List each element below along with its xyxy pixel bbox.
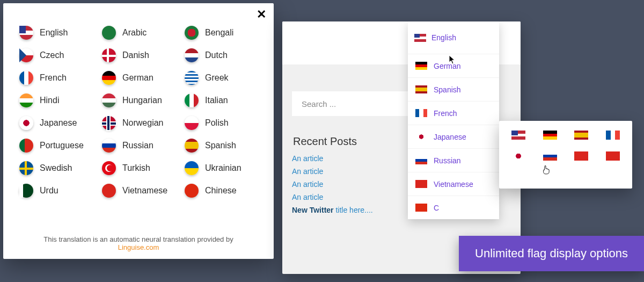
flag-icon [415,180,427,188]
dropdown-item-label: Vietnamese [434,180,473,189]
flag-icon [102,26,116,40]
dropdown-item-label: Japanese [434,133,466,141]
language-option[interactable]: English [19,26,98,40]
banner-text: Unlimited flag display options [475,247,628,260]
language-label: Norwegian [122,118,163,128]
dropdown-item[interactable]: French [408,101,499,125]
dropdown-item[interactable]: Spanish [408,77,499,101]
language-option[interactable]: Russian [102,139,180,153]
language-label: Arabic [122,28,147,38]
language-option[interactable]: Greek [185,71,263,85]
flag-grid-card [499,121,632,189]
language-option[interactable]: Czech [19,48,98,62]
dropdown-item[interactable]: Russian [408,148,499,172]
dropdown-item-label: Spanish [434,85,461,94]
footer-text: This translation is an automatic neural … [43,235,233,243]
language-label: Russian [122,141,153,150]
language-label: Portuguese [40,141,84,150]
flag-icon [102,161,116,175]
language-option[interactable]: Arabic [102,26,180,40]
language-label: German [122,73,153,83]
flag-icon [102,139,116,153]
flag-option[interactable] [511,151,525,161]
flag-icon [102,71,116,85]
flag-option[interactable] [543,151,557,161]
language-option[interactable]: Danish [102,48,180,62]
language-label: Vietnamese [122,186,167,196]
language-label: Italian [205,96,228,105]
language-option[interactable]: French [19,71,98,85]
language-option[interactable]: Hungarian [102,93,180,107]
language-label: Polish [205,118,229,128]
language-option[interactable]: Turkish [102,161,180,175]
language-label: Czech [40,50,64,60]
language-option[interactable]: Bengali [185,26,263,40]
modal-footer: This translation is an automatic neural … [3,235,274,251]
flag-icon [19,93,33,107]
language-dropdown: English GermanSpanishFrenchJapaneseRussi… [408,21,499,219]
language-option[interactable]: Vietnamese [102,184,180,198]
dropdown-item[interactable]: Japanese [408,125,499,148]
flag-option[interactable] [574,151,588,161]
language-option[interactable]: Polish [185,116,263,130]
language-label: Greek [205,73,229,83]
language-label: Chinese [205,186,237,196]
language-label: Hungarian [122,96,162,105]
flag-icon [185,116,199,130]
dropdown-selected[interactable]: English [408,21,499,54]
flag-icon [185,26,199,40]
language-label: Spanish [205,141,236,150]
flag-option[interactable] [606,151,620,161]
language-option[interactable]: Urdu [19,184,98,198]
dropdown-item-label: Russian [434,156,461,165]
flag-option[interactable] [606,131,620,140]
language-label: Hindi [40,96,59,105]
flag-option[interactable] [574,131,588,140]
dropdown-item[interactable]: C [408,196,499,219]
language-option[interactable]: Chinese [185,184,263,198]
dropdown-item[interactable]: Vietnamese [408,172,499,196]
language-option[interactable]: Dutch [185,48,263,62]
search-placeholder: Search ... [302,99,336,109]
language-label: Dutch [205,50,228,60]
language-label: Swedish [40,163,72,173]
flag-icon [102,93,116,107]
flag-icon [19,161,33,175]
flag-icon [185,93,199,107]
flag-option[interactable] [543,131,557,140]
language-option[interactable]: Hindi [19,93,98,107]
language-option[interactable]: Norwegian [102,116,180,130]
flag-option[interactable] [511,131,525,140]
language-option[interactable]: Ukrainian [185,161,263,175]
dropdown-item-label: French [434,109,457,118]
flag-icon [185,161,199,175]
flag-icon [415,133,427,141]
language-option[interactable]: Swedish [19,161,98,175]
flag-icon [19,48,33,62]
flag-icon [185,48,199,62]
flag-icon [414,34,426,42]
language-option[interactable]: Portuguese [19,139,98,153]
flag-icon [415,204,427,212]
cursor-hand-icon [542,165,550,175]
language-option[interactable]: Spanish [185,139,263,153]
language-option[interactable]: German [102,71,180,85]
flag-icon [19,26,33,40]
language-label: Urdu [40,186,58,196]
flag-icon [102,184,116,198]
flag-icon [415,85,427,93]
flag-icon [185,139,199,153]
language-option[interactable]: Japanese [19,116,98,130]
dropdown-item[interactable]: German [408,54,499,77]
language-label: English [40,28,68,38]
dropdown-item-label: German [434,62,461,70]
flag-icon [415,109,427,117]
close-icon[interactable]: ✕ [257,9,266,20]
linguise-link[interactable]: Linguise.com [118,243,159,251]
language-option[interactable]: Italian [185,93,263,107]
language-modal: ✕ EnglishArabicBengaliCzechDanishDutchFr… [3,3,274,259]
flag-icon [415,156,427,164]
language-label: French [40,73,67,83]
dropdown-selected-label: English [431,33,456,42]
language-label: Bengali [205,28,233,38]
